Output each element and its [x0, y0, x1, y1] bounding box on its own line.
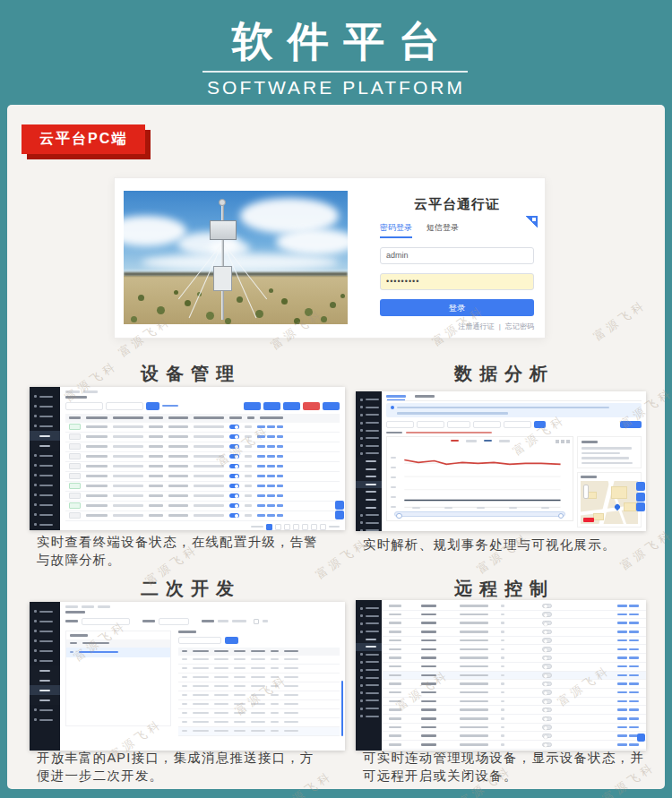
sidebar-menu-item [356, 628, 382, 636]
map-logo [583, 518, 594, 522]
solar-panel [210, 220, 237, 240]
toggle-on-icon [229, 464, 239, 469]
sidebar-menu-item [30, 636, 60, 646]
qr-login-icon[interactable] [525, 216, 538, 228]
mini-float-buttons [637, 734, 645, 742]
sidebar-menu-item [356, 674, 382, 682]
watermark: 富源飞科 [590, 296, 650, 345]
device-management-screenshot [30, 387, 345, 530]
section-title-device: 设备管理 [30, 362, 345, 386]
tab-sms-login[interactable]: 短信登录 [426, 222, 459, 238]
mini-sidebar [356, 391, 382, 531]
link-divider: | [499, 322, 501, 330]
mini-main [382, 600, 646, 751]
sidebar-menu-item [30, 431, 60, 441]
login-title: 云平台通行证 [380, 196, 534, 213]
toggle-off-icon [542, 638, 552, 643]
sidebar-menu-item [356, 458, 382, 466]
table-row [65, 482, 340, 492]
sidebar-menu-item [356, 396, 382, 404]
table-row [65, 511, 340, 521]
page-title: 软件平台 [0, 14, 672, 70]
table-row [65, 492, 340, 502]
table-row [382, 654, 646, 663]
sidebar-menu-item [30, 675, 60, 685]
sidebar-menu-item [356, 658, 382, 666]
table-row [382, 715, 646, 724]
map-zoom-control [583, 485, 589, 499]
mini-scrollbar [341, 681, 344, 736]
sidebar-menu-item [30, 510, 60, 519]
table-row [65, 472, 340, 482]
sidebar-menu-item [30, 656, 60, 665]
login-button[interactable]: 登录 [380, 299, 534, 316]
sidebar-menu-item [30, 441, 60, 450]
sidebar-menu-item [356, 519, 382, 528]
toggle-off-icon [542, 708, 552, 713]
table-row [382, 706, 646, 715]
sidebar-menu-item [30, 626, 60, 636]
toggle-on-icon [229, 484, 239, 489]
username-input[interactable]: admin [380, 247, 534, 264]
table-row [382, 689, 646, 698]
tab-password-login[interactable]: 密码登录 [380, 222, 412, 238]
mini-float-buttons [636, 482, 645, 511]
toggle-off-icon [542, 604, 552, 609]
desc-dev: 开放丰富的API接口，集成消息推送接口，方便进一步二次开发。 [37, 749, 325, 785]
login-screenshot: 云平台通行证 密码登录 短信登录 admin ••••••••• 登录 注册通行… [114, 177, 546, 339]
table-row [382, 680, 646, 689]
forgot-password-link[interactable]: 忘记密码 [505, 322, 534, 330]
sidebar-menu-item [30, 450, 60, 460]
table-row [382, 672, 646, 681]
mini-range-slider [394, 511, 565, 517]
sidebar-menu-item [30, 665, 60, 675]
sidebar-menu-item [356, 481, 382, 489]
sidebar-menu-item [356, 411, 382, 419]
toggle-off-icon [542, 612, 552, 617]
mini-table-header [65, 414, 340, 423]
toggle-on-icon [229, 513, 239, 519]
toggle-off-icon [542, 699, 552, 704]
sidebar-menu-item [356, 712, 382, 720]
sidebar-menu-item [30, 480, 60, 490]
table-row [178, 665, 340, 674]
sidebar-menu-item [356, 503, 382, 511]
table-row [178, 718, 340, 727]
desc-analysis: 实时解析、规划事务处理与可视化展示。 [363, 536, 651, 553]
desc-remote: 可实时连动管理现场设备，显示设备状态，并可远程开启或关闭设备。 [363, 749, 651, 785]
mini-line-chart [386, 436, 573, 521]
table-row [382, 637, 646, 646]
sidebar-menu-item [30, 646, 60, 656]
sidebar-menu-item [30, 490, 60, 500]
toggle-off-icon [542, 742, 552, 748]
register-link[interactable]: 注册通行证 [458, 322, 494, 330]
toggle-off-icon [542, 725, 552, 730]
sidebar-menu-item [356, 620, 382, 628]
table-row [178, 674, 340, 682]
toggle-on-icon [229, 425, 239, 430]
login-tabs: 密码登录 短信登录 [380, 222, 534, 238]
mini-map-card [577, 472, 642, 528]
mini-float-buttons [335, 501, 344, 520]
table-row [178, 709, 340, 718]
sidebar-menu-item [30, 519, 60, 529]
mini-main [60, 387, 345, 530]
cloud-pc-badge: 云平台PC端 [22, 124, 145, 154]
toggle-off-icon [542, 656, 552, 661]
sidebar-menu-item [356, 527, 382, 531]
password-input[interactable]: ••••••••• [380, 273, 534, 290]
toggle-off-icon [542, 690, 552, 695]
sidebar-menu-item [30, 411, 60, 421]
mini-table-rows [382, 602, 646, 750]
sidebar-menu-item [356, 404, 382, 412]
secondary-dev-screenshot [30, 602, 345, 751]
sidebar-menu-item [30, 470, 60, 480]
table-row [382, 732, 646, 741]
table-row [382, 602, 646, 611]
section-title-remote: 远程控制 [356, 577, 646, 601]
toggle-off-icon [542, 682, 552, 687]
sidebar-menu-item [30, 606, 60, 616]
mini-right-table [178, 631, 340, 736]
mini-pagination [65, 524, 340, 530]
sidebar-menu-item [30, 391, 60, 401]
